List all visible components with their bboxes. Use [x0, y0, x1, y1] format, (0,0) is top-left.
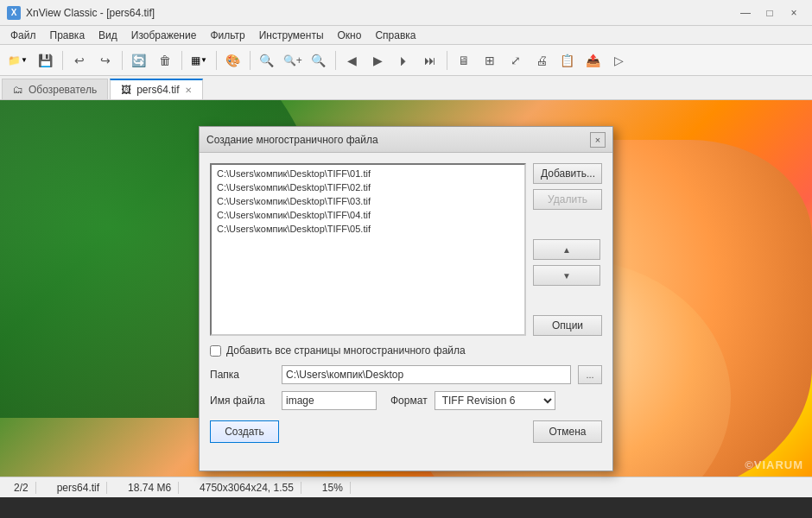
- slideshow-button[interactable]: ▷: [607, 48, 631, 73]
- create-button[interactable]: Создать: [210, 420, 279, 443]
- resize-button[interactable]: ⤢: [504, 48, 528, 73]
- dialog-close-button[interactable]: ×: [590, 132, 606, 148]
- menu-window[interactable]: Окно: [331, 28, 369, 43]
- app-icon: X: [7, 6, 21, 20]
- color-button[interactable]: 🎨: [221, 48, 245, 73]
- checkbox-row: Добавить все страницы многостраничного ф…: [210, 344, 602, 357]
- tab-file-icon: 🖼: [121, 84, 131, 96]
- title-bar: X XnView Classic - [pers64.tif] — □ ×: [0, 0, 812, 26]
- refresh-button[interactable]: 🔄: [127, 48, 151, 73]
- format-select[interactable]: TIFF Revision 6 TIFF Revision 5 TIFF LZW…: [435, 391, 555, 410]
- menu-filter[interactable]: Фильтр: [203, 28, 251, 43]
- zoom-out-button[interactable]: 🔍: [307, 48, 331, 73]
- file-list-container: C:\Users\компик\Desktop\TIFF\01.tif C:\U…: [210, 163, 602, 336]
- maximize-button[interactable]: □: [758, 3, 781, 22]
- menu-image[interactable]: Изображение: [124, 28, 204, 43]
- open-dropdown[interactable]: 📁 ▼: [3, 48, 32, 73]
- dropdown-arrow2: ▼: [200, 56, 207, 64]
- menu-file[interactable]: Файл: [3, 28, 43, 43]
- menu-edit[interactable]: Правка: [43, 28, 92, 43]
- zoom-in-button[interactable]: 🔍: [255, 48, 279, 73]
- tab-close-icon[interactable]: ✕: [185, 85, 192, 95]
- folder-row: Папка ...: [210, 365, 602, 384]
- tabs-bar: 🗂 Обозреватель 🖼 pers64.tif ✕: [0, 76, 812, 100]
- multipage-checkbox-label[interactable]: Добавить все страницы многостраничного ф…: [226, 344, 466, 357]
- close-button[interactable]: ×: [783, 3, 805, 22]
- move-down-button[interactable]: ▼: [533, 265, 600, 286]
- prev-button[interactable]: ◀: [340, 48, 365, 73]
- next-button[interactable]: ▶: [366, 48, 390, 73]
- tab-browser[interactable]: 🗂 Обозреватель: [2, 79, 108, 99]
- forward-button[interactable]: ↪: [93, 48, 117, 73]
- filename-input[interactable]: [282, 391, 377, 410]
- separator-6: [335, 51, 336, 70]
- tab-browser-label: Обозреватель: [29, 84, 97, 96]
- format-label: Формат: [390, 395, 428, 407]
- tab-file-label: pers64.tif: [136, 84, 179, 96]
- cancel-button[interactable]: Отмена: [533, 420, 602, 443]
- main-area: Создание многостраничного файла × C:\Use…: [0, 100, 812, 497]
- delete-file-button[interactable]: Удалить: [533, 189, 602, 210]
- grid-icon: ▦: [191, 54, 200, 66]
- tab-browser-icon: 🗂: [13, 84, 23, 96]
- separator-4: [216, 51, 217, 70]
- dropdown-arrow: ▼: [21, 56, 28, 64]
- multipage-dialog: Создание многостраничного файла × C:\Use…: [199, 126, 613, 471]
- tab-file[interactable]: 🖼 pers64.tif ✕: [110, 79, 202, 99]
- folder-label: Папка: [210, 369, 275, 381]
- multipage-checkbox[interactable]: [210, 345, 221, 357]
- zoom-in-btn2[interactable]: 🔍+: [281, 48, 305, 73]
- menu-tools[interactable]: Инструменты: [252, 28, 331, 43]
- save-button[interactable]: 💾: [34, 48, 58, 73]
- menu-help[interactable]: Справка: [368, 28, 422, 43]
- copy-button[interactable]: 📋: [555, 48, 580, 73]
- file-item-2[interactable]: C:\Users\компик\Desktop\TIFF\02.tif: [213, 180, 523, 194]
- file-list[interactable]: C:\Users\компик\Desktop\TIFF\01.tif C:\U…: [210, 163, 526, 336]
- fast-forward-button[interactable]: ⏭: [418, 48, 442, 73]
- file-item-1[interactable]: C:\Users\компик\Desktop\TIFF\01.tif: [213, 167, 523, 180]
- move-up-button[interactable]: ▲: [533, 239, 600, 260]
- folder-input[interactable]: [282, 365, 571, 384]
- separator-3: [181, 51, 182, 70]
- dialog-title-bar: Создание многостраничного файла ×: [200, 127, 612, 153]
- add-button[interactable]: Добавить...: [533, 163, 602, 184]
- filename-format-row: Имя файла Формат TIFF Revision 6 TIFF Re…: [210, 391, 602, 410]
- file-item-4[interactable]: C:\Users\компик\Desktop\TIFF\04.tif: [213, 208, 523, 222]
- separator-5: [250, 51, 251, 70]
- window-title: XnView Classic - [pers64.tif]: [26, 7, 155, 19]
- file-item-3[interactable]: C:\Users\компик\Desktop\TIFF\03.tif: [213, 194, 523, 208]
- file-item-5[interactable]: C:\Users\компик\Desktop\TIFF\05.tif: [213, 222, 523, 236]
- export-button[interactable]: 📤: [581, 48, 606, 73]
- toolbar: 📁 ▼ 💾 ↩ ↪ 🔄 🗑 ▦ ▼ 🎨 🔍 🔍+ 🔍 ◀ ▶ ⏵ ⏭ 🖥 ⊞ ⤢…: [0, 45, 812, 76]
- file-action-buttons: Добавить... Удалить ▲ ▼ Опции: [533, 163, 602, 336]
- window-controls: — □ ×: [734, 3, 805, 22]
- minimize-button[interactable]: —: [734, 3, 757, 22]
- dialog-footer: Создать Отмена: [210, 420, 602, 443]
- play-button[interactable]: ⏵: [392, 48, 416, 73]
- filename-label: Имя файла: [210, 395, 275, 407]
- separator-2: [122, 51, 123, 70]
- browse-button[interactable]: ...: [578, 365, 602, 384]
- folder-icon: 📁: [8, 54, 21, 66]
- menu-view[interactable]: Вид: [92, 28, 124, 43]
- display-button[interactable]: 🖥: [452, 48, 476, 73]
- separator-1: [62, 51, 63, 70]
- view-dropdown[interactable]: ▦ ▼: [187, 48, 212, 73]
- print-button[interactable]: 🖨: [530, 48, 554, 73]
- menu-bar: Файл Правка Вид Изображение Фильтр Инстр…: [0, 26, 812, 45]
- dialog-body: C:\Users\компик\Desktop\TIFF\01.tif C:\U…: [200, 153, 612, 453]
- options-button[interactable]: Опции: [533, 315, 602, 336]
- dialog-overlay: Создание многостраничного файла × C:\Use…: [0, 100, 812, 497]
- separator-7: [447, 51, 447, 70]
- delete-button[interactable]: 🗑: [153, 48, 177, 73]
- dialog-title-text: Создание многостраничного файла: [206, 134, 378, 146]
- compare-button[interactable]: ⊞: [478, 48, 502, 73]
- back-button[interactable]: ↩: [67, 48, 92, 73]
